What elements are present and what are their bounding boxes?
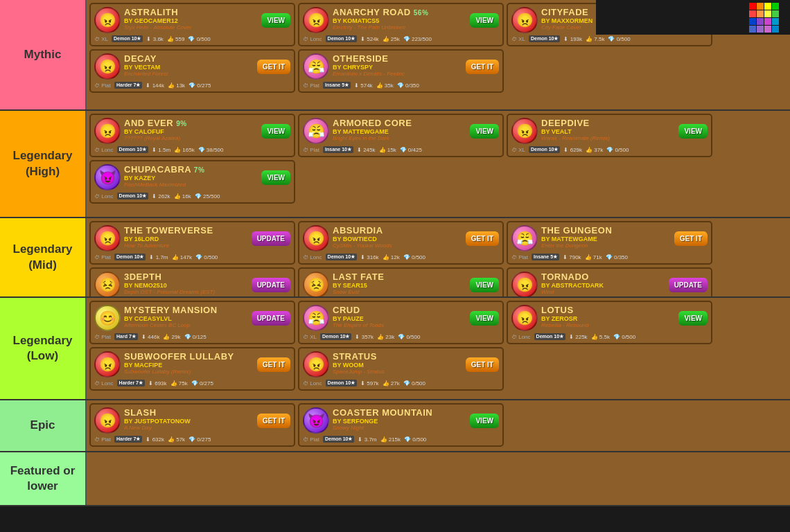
level-card: 😠The TowerverseBy 16LordHow To Adventure…: [89, 221, 295, 265]
level-btn-view[interactable]: VIEW: [470, 124, 499, 139]
level-btn-getit[interactable]: GET IT: [674, 231, 708, 246]
level-btn-getit[interactable]: GET IT: [257, 357, 290, 372]
level-icon: 😠: [303, 7, 329, 33]
level-likes: 👍 13k: [168, 82, 185, 89]
level-card: 😠TornadoBy AbstractDarkWindUPDATEHarder …: [507, 267, 712, 296]
level-author: By ZeroSR: [541, 315, 675, 322]
level-downloads: ⬇ 574k: [354, 82, 373, 89]
level-btn-view[interactable]: VIEW: [470, 414, 499, 428]
level-author: By CCEasyLvl: [124, 315, 248, 322]
level-title: Mystery Mansion: [124, 305, 248, 315]
level-card: 😠DeepDiveBy VealtWarak - Reanimate (Remi…: [507, 114, 712, 157]
level-stats: ⏱ PlatInsane 5★⬇ 574k👍 35k💎 0/350: [303, 82, 499, 89]
level-downloads: ⬇ 225k: [569, 334, 588, 340]
level-btn-update[interactable]: UPDATE: [252, 231, 290, 246]
level-icon: 😠: [94, 351, 121, 378]
level-btn-view[interactable]: VIEW: [261, 170, 290, 185]
level-likes: 👍 7.5k: [586, 36, 604, 42]
level-orbs: 💎 0/125: [184, 334, 207, 340]
level-btn-update[interactable]: UPDATE: [252, 311, 290, 326]
level-orbs: 💎 0/500: [403, 254, 425, 260]
level-length: ⏱ Plat: [94, 334, 111, 340]
level-orbs: 💎 0/500: [195, 254, 218, 260]
tier-label-legendary-mid: Legendary (Mid): [0, 218, 87, 296]
level-downloads: ⬇ 193k: [563, 36, 582, 42]
level-likes: 👍 147k: [172, 254, 193, 260]
tier-label-legendary-low: Legendary (Low): [0, 298, 87, 399]
level-author: By Calofuf: [124, 128, 258, 135]
level-orbs: 💎 0/275: [191, 380, 213, 387]
level-song: Subwoofer Lullaby (Remix): [124, 369, 254, 375]
level-btn-view[interactable]: VIEW: [470, 278, 499, 292]
level-likes: 👍 165k: [174, 147, 195, 153]
level-btn-view[interactable]: VIEW: [470, 13, 499, 28]
level-orbs: 💎 0/500: [188, 36, 210, 42]
level-song: FlashMeBack Maximized: [124, 181, 258, 188]
level-difficulty: Demon 10★: [529, 146, 560, 153]
level-btn-getit[interactable]: GET IT: [257, 414, 290, 428]
level-title: The Gungeon: [541, 225, 671, 236]
level-likes: 👍 25k: [383, 36, 400, 42]
level-length: ⏱ XL: [303, 334, 317, 340]
level-btn-view[interactable]: VIEW: [678, 311, 708, 326]
level-title: And Ever 9%: [124, 118, 258, 128]
level-downloads: ⬇ 524k: [360, 36, 379, 42]
level-downloads: ⬇ 693k: [148, 380, 167, 387]
level-difficulty: Harder 7★: [114, 82, 142, 89]
level-author: By AbstractDark: [541, 282, 665, 289]
level-author: By JustPotatoNow: [124, 418, 254, 425]
level-downloads: ⬇ 629k: [563, 147, 582, 153]
level-btn-getit[interactable]: GET IT: [466, 357, 499, 372]
level-length: ⏱ Plat: [94, 254, 111, 260]
level-icon: 😣: [94, 272, 121, 296]
level-icon: 😠: [94, 118, 121, 144]
level-likes: 👍 29k: [163, 334, 180, 340]
level-difficulty: Insane 5★: [323, 82, 351, 89]
level-length: ⏱ XL: [511, 36, 525, 42]
level-difficulty: Demon 10★: [326, 254, 357, 260]
tier-content-featured: [87, 452, 790, 505]
level-icon: 😊: [94, 305, 121, 331]
level-btn-getit[interactable]: GET IT: [466, 231, 499, 246]
level-author: By Pauze: [333, 315, 466, 322]
level-icon: 😠: [303, 225, 329, 251]
level-song: ?????? (Royal Azalea): [124, 135, 258, 141]
level-author: By BowtieCd: [333, 236, 462, 242]
level-difficulty: Demon 10★: [326, 35, 357, 42]
level-btn-view[interactable]: VIEW: [470, 311, 499, 326]
level-likes: 👍 37k: [586, 147, 603, 153]
level-icon: 😠: [511, 118, 538, 144]
level-length: ⏱ Lonc: [94, 193, 114, 200]
level-likes: 👍 57k: [168, 436, 185, 443]
level-card: 😠AstralithBy Geocamer12Styx Helix - Abso…: [89, 3, 295, 46]
level-btn-view[interactable]: VIEW: [678, 124, 708, 139]
level-btn-update[interactable]: UPDATE: [669, 278, 708, 292]
level-length: ⏱ Plat: [94, 436, 111, 443]
level-btn-getit[interactable]: GET IT: [466, 60, 499, 74]
level-icon: 😠: [303, 351, 329, 378]
level-difficulty: Harder 7★: [117, 380, 145, 387]
level-author: By ChrySpy: [333, 64, 462, 71]
level-icon: 😈: [303, 407, 329, 434]
level-difficulty: Hard 7★: [114, 333, 138, 340]
level-likes: 👍 27k: [383, 380, 400, 387]
level-difficulty: Demon 10★: [117, 193, 148, 200]
level-author: By Geocamer12: [124, 17, 258, 24]
level-song: Bright Eyes in the Dark: [333, 135, 466, 141]
level-stats: ⏱ LoncDemon 10★⬇ 524k👍 25k💎 223/500: [303, 35, 499, 42]
level-likes: 👍 15k: [379, 147, 396, 153]
level-btn-view[interactable]: VIEW: [261, 13, 290, 28]
level-btn-update[interactable]: UPDATE: [252, 278, 290, 292]
level-song: Styx Helix - Absolute Cover: [124, 24, 258, 30]
level-icon: 😣: [303, 272, 329, 296]
level-card: 😣3DepthBy Nemo2510Depth OST - Poisonal D…: [89, 267, 295, 296]
level-card: 😈Coaster MountainBy SerfongeSnowy NightV…: [298, 403, 504, 447]
level-btn-view[interactable]: VIEW: [261, 124, 290, 139]
level-author: By Serfonge: [333, 418, 466, 425]
level-orbs: 💎 0/500: [403, 380, 425, 387]
level-length: ⏱ XL: [511, 147, 525, 153]
level-btn-getit[interactable]: GET IT: [257, 60, 290, 74]
level-length: ⏱ Plat: [303, 436, 319, 443]
level-downloads: ⬇ 262k: [152, 193, 170, 200]
level-stats: ⏱ XLDemon 10★⬇ 357k👍 23k💎 0/500: [303, 333, 499, 340]
